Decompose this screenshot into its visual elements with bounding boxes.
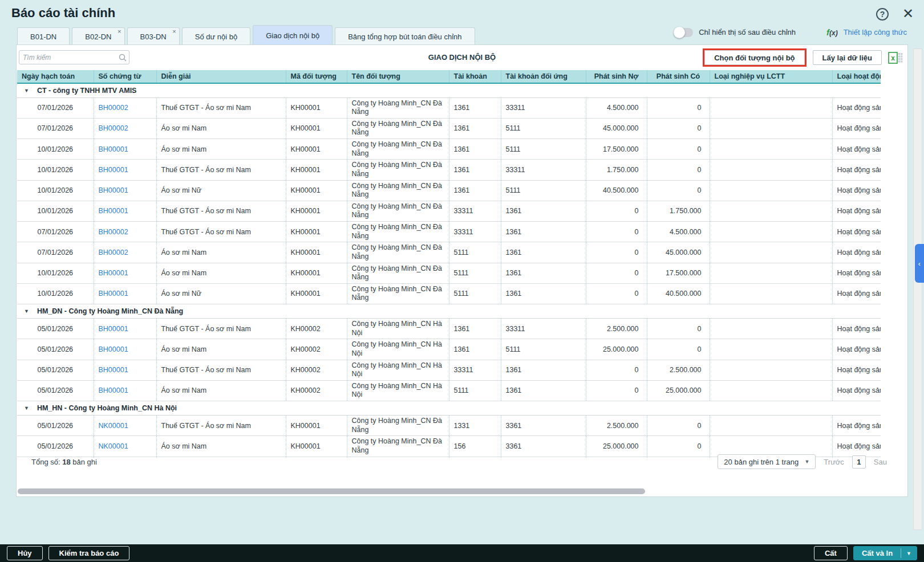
cancel-button[interactable]: Hủy — [7, 546, 43, 560]
cell-credit: 0 — [647, 118, 710, 139]
cell-corr_account: 3361 — [501, 416, 586, 436]
cell-desc: Thuế GTGT - Áo sơ mi Nam — [156, 319, 286, 339]
check-report-button[interactable]: Kiểm tra báo cáo — [48, 546, 130, 560]
chevron-down-icon[interactable]: ▼ — [901, 551, 917, 556]
cell-desc: Thuế GTGT - Áo sơ mi Nam — [156, 360, 286, 380]
cell-debit: 0 — [586, 222, 647, 242]
cell-debit: 0 — [586, 360, 647, 380]
table-row: 05/01/2026BH00001Áo sơ mi NamKH00002Công… — [17, 339, 881, 360]
table-row: 07/01/2026BH00002Thuế GTGT - Áo sơ mi Na… — [17, 97, 881, 118]
cell-lctt_activity: Hoạt động sản xuất kin — [832, 201, 881, 221]
tab-close-icon[interactable]: × — [172, 28, 176, 35]
cell-account: 33311 — [449, 360, 501, 380]
cell-partner_name: Công ty Hoàng Minh_CN Hà Nội — [347, 339, 449, 360]
cell-date: 10/01/2026 — [17, 160, 94, 180]
document-link[interactable]: BH00001 — [94, 160, 156, 180]
table-row: 05/01/2026BH00001Thuế GTGT - Áo sơ mi Na… — [17, 319, 881, 339]
cell-account: 5111 — [449, 263, 501, 283]
document-link[interactable]: BH00001 — [94, 360, 156, 380]
column-header-debit: Phát sinh Nợ — [586, 70, 647, 83]
cell-corr_account: 33311 — [501, 97, 586, 118]
document-link[interactable]: NK00001 — [94, 416, 156, 436]
tab-b02-dn[interactable]: B02-DN× — [72, 27, 124, 45]
grid-toolbar: GIAO DỊCH NỘI BỘ Chọn đối tượng nội bộ L… — [17, 45, 907, 70]
prev-page-button[interactable]: Trước — [824, 458, 844, 466]
document-link[interactable]: BH00001 — [94, 201, 156, 221]
group-header-row: ▼CT - công ty TNHH MTV AMIS — [17, 83, 881, 97]
cell-corr_account: 5111 — [501, 180, 586, 201]
tab-giao-d-ch-n-i-b-[interactable]: Giao dịch nội bộ — [253, 25, 333, 45]
formula-setup-link[interactable]: Thiết lập công thức — [844, 28, 907, 36]
cell-corr_account: 1361 — [501, 263, 586, 283]
cell-debit: 4.500.000 — [586, 97, 647, 118]
horizontal-scrollbar-thumb[interactable] — [18, 488, 645, 494]
cell-lctt_activity: Hoạt động sản xuất kin — [832, 339, 881, 360]
cell-credit: 17.500.000 — [647, 263, 710, 283]
excel-export-icon[interactable]: x — [888, 52, 903, 64]
cell-credit: 0 — [647, 416, 710, 436]
close-icon[interactable]: ✕ — [902, 7, 914, 21]
table-header-row: Ngày hạch toánSố chứng từDiễn giảiMã đối… — [17, 70, 881, 83]
select-internal-object-button[interactable]: Chọn đối tượng nội bộ — [704, 50, 804, 65]
document-link[interactable]: BH00002 — [94, 222, 156, 242]
cell-lctt_business — [710, 97, 832, 118]
table-row: 05/01/2026BH00001Thuế GTGT - Áo sơ mi Na… — [17, 360, 881, 380]
table-row: 10/01/2026BH00001Áo sơ mi NamKH00001Công… — [17, 263, 881, 283]
cell-partner_name: Công ty Hoàng Minh_CN Đà Nẵng — [347, 180, 449, 201]
tab-close-icon[interactable]: × — [117, 28, 121, 35]
fx-icon: f(x) — [826, 27, 838, 37]
tab-content-panel: GIAO DỊCH NỘI BỘ Chọn đối tượng nội bộ L… — [16, 44, 908, 497]
help-icon[interactable]: ? — [876, 8, 889, 21]
collapse-panel-icon[interactable]: ‹ — [915, 244, 924, 283]
group-label: HM_ĐN - Công ty Hoàng Minh_CN Đà Nẵng — [37, 307, 183, 315]
cell-lctt_business — [710, 339, 832, 360]
document-link[interactable]: BH00001 — [94, 139, 156, 160]
refresh-data-button[interactable]: Lấy lại dữ liệu — [813, 50, 882, 65]
tab-b-ng-t-ng-h-p-b-t-to-n-i-u-ch-nh[interactable]: Bảng tổng hợp bút toán điều chỉnh — [335, 27, 475, 45]
bottom-action-bar: Hủy Kiểm tra báo cáo Cất Cất và In ▼ — [0, 544, 924, 562]
show-adjusted-toggle[interactable] — [674, 28, 693, 37]
cell-debit: 0 — [586, 263, 647, 283]
document-link[interactable]: BH00001 — [94, 380, 156, 401]
next-page-button[interactable]: Sau — [874, 458, 887, 466]
cell-lctt_activity: Hoạt động sản xuất kin — [832, 160, 881, 180]
pagination: 20 bản ghi trên 1 trang ▼ Trước 1 Sau — [718, 454, 887, 469]
document-link[interactable]: BH00001 — [94, 339, 156, 360]
document-link[interactable]: BH00001 — [94, 180, 156, 201]
caret-down-icon[interactable]: ▼ — [24, 405, 29, 411]
cell-lctt_activity: Hoạt động sản xuất kin — [832, 416, 881, 436]
page-size-select[interactable]: 20 bản ghi trên 1 trang ▼ — [718, 454, 816, 469]
document-link[interactable]: BH00002 — [94, 118, 156, 139]
caret-down-icon[interactable]: ▼ — [24, 308, 29, 314]
save-and-print-button[interactable]: Cất và In ▼ — [853, 546, 917, 560]
cell-desc: Thuế GTGT - Áo sơ mi Nam — [156, 160, 286, 180]
tab-b01-dn[interactable]: B01-DN — [17, 27, 70, 45]
tab-s-d-n-i-b-[interactable]: Số dư nội bộ — [182, 27, 250, 45]
cell-desc: Áo sơ mi Nam — [156, 380, 286, 401]
cell-debit: 0 — [586, 242, 647, 263]
page-number-input[interactable]: 1 — [852, 455, 866, 469]
document-link[interactable]: BH00001 — [94, 263, 156, 283]
cell-account: 33311 — [449, 222, 501, 242]
vertical-scrollbar-track[interactable] — [913, 48, 922, 530]
save-button[interactable]: Cất — [814, 546, 848, 560]
cell-partner_code: KH00002 — [286, 319, 347, 339]
cell-partner_name: Công ty Hoàng Minh_CN Đà Nẵng — [347, 416, 449, 436]
document-link[interactable]: BH00002 — [94, 97, 156, 118]
column-header-account: Tài khoản — [449, 70, 501, 83]
caret-down-icon[interactable]: ▼ — [24, 88, 29, 93]
document-link[interactable]: BH00001 — [94, 283, 156, 304]
cell-lctt_business — [710, 283, 832, 304]
cell-date: 10/01/2026 — [17, 201, 94, 221]
cell-debit: 17.500.000 — [586, 139, 647, 160]
cell-credit: 0 — [647, 160, 710, 180]
cell-debit: 0 — [586, 380, 647, 401]
tab-b03-dn[interactable]: B03-DN× — [127, 27, 180, 45]
tab-label: B01-DN — [30, 32, 56, 41]
cell-account: 1361 — [449, 97, 501, 118]
cell-date: 05/01/2026 — [17, 319, 94, 339]
document-link[interactable]: BH00001 — [94, 319, 156, 339]
cell-lctt_business — [710, 222, 832, 242]
document-link[interactable]: BH00002 — [94, 242, 156, 263]
tab-label: Bảng tổng hợp bút toán điều chỉnh — [348, 32, 461, 41]
